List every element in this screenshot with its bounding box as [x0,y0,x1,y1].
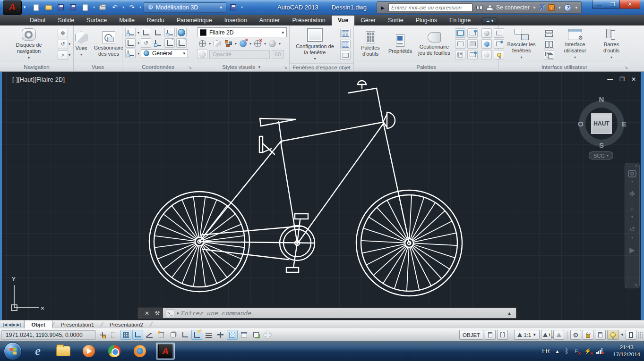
qat-caret[interactable]: ▾ [93,5,95,9]
toggle-ortho-mode[interactable] [132,330,143,340]
viewcube-south[interactable]: S [599,141,604,149]
ucs-general-select[interactable]: Général ▾ [141,49,188,58]
application-menu-button[interactable]: A [3,0,22,15]
properties-button[interactable]: Propriétés [387,34,413,55]
auto-annotation-scale-button[interactable] [553,330,564,340]
viewcube-top-face[interactable]: HAUT [591,113,612,134]
navbar-showmotion-icon[interactable]: ▶ [629,246,635,254]
command-history-caret-icon[interactable]: ▾ [177,311,179,316]
external-refs-button[interactable] [467,28,478,38]
edge-color-button[interactable] [223,39,233,48]
ucs-previous-button[interactable]: ↺ [141,38,151,48]
network-icon[interactable] [596,348,602,354]
toggle-quick-properties[interactable] [239,330,249,340]
print-button[interactable] [97,3,108,12]
ucs-view-caret-icon[interactable]: ▾ [137,51,139,56]
sign-in-button[interactable]: Se connecter [496,4,530,11]
start-button[interactable] [4,342,22,360]
visual-style-select[interactable]: Filaire 2D ▾ [197,27,287,37]
toggle-lineweight[interactable] [203,330,214,340]
cascade-windows-button[interactable] [544,50,554,60]
panel-fenetres-label[interactable]: Fenêtres d'espace objet [292,65,350,70]
navigation-bar[interactable]: ✕ ▾ ✥ ⌕ ▾ ↺ ▾ ▶ ⚙ [625,163,640,288]
tab-rendu[interactable]: Rendu [141,16,171,25]
materials-browser-button[interactable] [481,28,492,38]
vues-button[interactable]: Vues ▾ [72,31,91,58]
navbar-pan-icon[interactable]: ✥ [629,190,635,198]
model-space-button[interactable]: OBJET [459,330,483,340]
tab-debut[interactable]: Début [24,16,52,25]
count-palette-button[interactable] [455,50,465,59]
redo-caret[interactable]: ▾ [139,5,141,9]
tile-horizontally-button[interactable] [544,29,554,38]
tab-insertion[interactable]: Insertion [218,16,253,25]
command-line-close-icon[interactable]: ✕ [142,308,152,319]
switch-windows-button[interactable]: Basculer les fenêtres ▾ [502,28,541,60]
language-indicator[interactable]: FR [542,348,550,354]
help-caret-icon[interactable]: ▾ [575,5,577,10]
panel-palettes-label[interactable]: Palettes [416,64,436,70]
navbar-close-icon[interactable]: ✕ [635,164,638,168]
navigation-wheels-button[interactable]: Disques de navigation ▾ [3,27,55,60]
panel-styles-label[interactable]: Styles visuels [222,64,255,70]
taskbar-firefox[interactable] [130,343,149,360]
toggle-selection-cycling[interactable] [227,330,238,340]
orbit-caret-icon[interactable]: ▾ [69,42,70,46]
maximize-button[interactable]: ❐ [606,0,620,9]
navbar-zoom-caret-icon[interactable]: ▾ [631,215,633,219]
zoom-extents-button[interactable]: ⌕ [58,50,68,60]
quickcalc-button[interactable] [467,39,478,49]
sign-in-caret-icon[interactable]: ▾ [533,5,536,10]
panel-vues-label[interactable]: Vues [92,64,104,70]
application-menu-caret-icon[interactable]: ▼ [23,5,26,9]
navbar-wheel-icon[interactable] [628,170,636,177]
workspace-switching-button[interactable]: ⚙ [570,330,581,340]
workspace-selector[interactable]: ⚙ Modélisation 3D ▾ [144,2,226,13]
ucs-origin-button[interactable] [153,38,163,48]
view-manager-button[interactable]: Gestionnaire des vues [94,30,124,58]
panel-interface-label[interactable]: Interface utilisateur [541,64,587,70]
lights-palette-button[interactable] [481,50,492,59]
viewcube[interactable]: N E S O HAUT SCG▾ [575,89,627,160]
markup-manager-button[interactable] [455,39,465,49]
navbar-zoom-icon[interactable]: ⌕ [630,204,634,213]
xray-button[interactable] [252,39,263,48]
tool-palettes-button[interactable]: Palettes d'outils [357,30,384,58]
infocenter-collapse-icon[interactable]: ▶ [381,5,385,10]
tab-presentation[interactable]: Présentation [286,16,331,25]
clean-screen-button[interactable] [626,330,636,340]
interface-launcher-icon[interactable]: ↘ [624,65,628,70]
command-expand-icon[interactable]: ▲ [506,311,513,316]
ucs-view-button[interactable] [125,49,136,58]
tab-sortie[interactable]: Sortie [382,16,410,25]
pan-button[interactable]: ✥ [58,29,68,38]
coordinates-display[interactable]: 1971.0241, 1193.9045, 0.0000 [1,330,96,340]
tab-parametrique[interactable]: Paramétrique [171,16,218,25]
ucs-z-button[interactable] [164,38,175,48]
ucs-light-button[interactable] [125,28,136,37]
exchange-apps-icon[interactable]: X [539,3,544,12]
navbar-orbit-icon[interactable]: ↺ [629,225,635,234]
viewport-restore-button[interactable] [340,50,351,60]
close-button[interactable]: ✕ [619,0,640,9]
toggle-polar-tracking[interactable] [144,330,155,340]
download-update-icon[interactable]: ↓ [548,4,555,11]
ucs-x-button[interactable] [125,38,136,48]
qat-customize-caret[interactable]: ▾ [241,5,243,9]
toggle-object-snap-tracking[interactable] [180,330,190,340]
materials-editor-button[interactable] [481,39,492,49]
toggle-grid-display[interactable] [120,330,131,340]
tab-maille[interactable]: Maille [113,16,141,25]
orbit-button[interactable]: ↺ [58,40,68,49]
ucs-face-button[interactable] [176,28,187,37]
toggle-snap-mode[interactable] [109,330,120,340]
tab-annoter[interactable]: Annoter [253,16,286,25]
taskbar-media-player[interactable] [79,343,98,360]
power-icon[interactable]: ⚡ [584,348,591,354]
toggle-transparency[interactable] [215,330,226,340]
annotation-scale-button[interactable]: 1:1▼ [514,330,540,340]
tab-surface[interactable]: Surface [80,16,113,25]
toolbar-lock-button[interactable] [583,330,593,340]
undo-button[interactable]: ↶ [110,3,120,12]
redo-button[interactable]: ↷ [127,3,137,12]
